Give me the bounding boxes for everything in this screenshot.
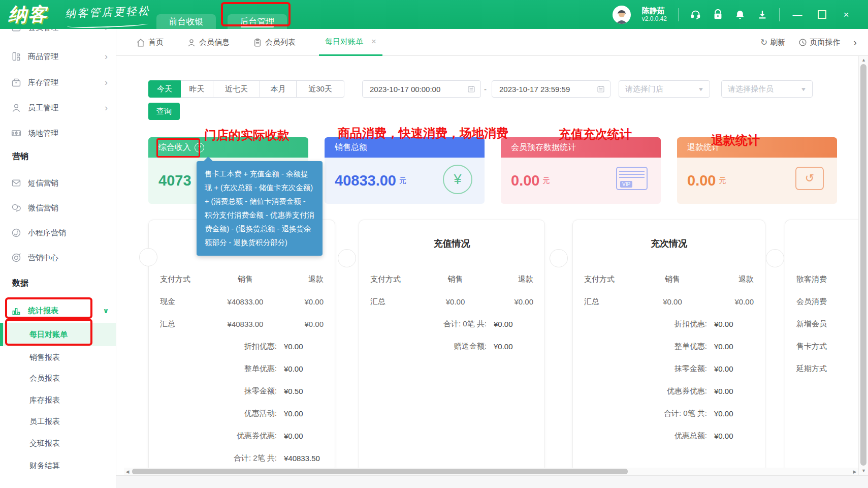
window-minimize-button[interactable]: —	[791, 8, 804, 21]
sidebar-item-sms-marketing[interactable]: 短信营销	[0, 171, 116, 195]
sidebar-subitem-financial-settlement[interactable]: 财务结算	[0, 454, 116, 477]
avatar[interactable]	[613, 6, 631, 24]
scroll-right-arrow[interactable]: ▶	[851, 468, 858, 475]
support-headset-icon[interactable]	[690, 9, 701, 20]
nav-tab-front-cashier[interactable]: 前台收银	[156, 14, 216, 29]
tab-home[interactable]: 首页	[136, 29, 164, 56]
table-row: 汇总¥40833.00¥0.00	[149, 313, 335, 335]
operator-select[interactable]: 请选择操作员 ▼	[721, 80, 813, 98]
page-operations-icon	[798, 38, 807, 47]
sidebar-item-venue[interactable]: 场地管理	[0, 121, 116, 145]
summary-row: 优惠券优惠:¥0.00	[573, 380, 765, 402]
lock-icon[interactable]	[712, 9, 723, 20]
range-yesterday-button[interactable]: 昨天	[181, 80, 213, 98]
sidebar-item-clipped-bottom[interactable]	[0, 481, 116, 488]
store-select[interactable]: 请选择门店 ▼	[619, 80, 710, 98]
sidebar-item-miniprogram-marketing[interactable]: 小程序营销	[0, 221, 116, 245]
sidebar-item-label: 库存管理	[28, 78, 58, 87]
sidebar-item-staff[interactable]: 员工管理 ›	[0, 96, 116, 119]
card-notch	[338, 249, 356, 267]
range-last30days-button[interactable]: 近30天	[297, 80, 344, 98]
calendar-icon	[467, 85, 475, 93]
annotation-sales-note: 商品消费，快速消费，场地消费	[338, 125, 508, 141]
chevron-right-icon: ›	[105, 78, 108, 87]
summary-row: 赠送金额:¥0.00	[359, 335, 544, 357]
chevron-right-icon: ›	[105, 29, 108, 32]
venue-icon	[11, 128, 21, 138]
dropdown-caret-icon: ▼	[698, 86, 704, 92]
bell-icon[interactable]	[734, 9, 746, 20]
horizontal-scrollbar[interactable]: ◀ ▶	[124, 468, 858, 475]
calendar-icon	[597, 85, 605, 93]
range-last7days-button[interactable]: 近七天	[213, 80, 260, 98]
operator-select-placeholder: 请选择操作员	[728, 84, 774, 94]
date-to-value: 2023-10-17 23:59:59	[499, 85, 570, 94]
date-from-input[interactable]: 2023-10-17 00:00:00	[362, 80, 481, 98]
tab-member-info[interactable]: 会员信息	[187, 29, 230, 56]
sidebar-item-marketing-center[interactable]: 营销中心	[0, 246, 116, 269]
refresh-icon: ↻	[760, 37, 767, 48]
range-thismonth-button[interactable]: 本月	[260, 80, 297, 98]
sidebar: 会员管理 › 商品管理 › 库存管理 › 员工管理 ›	[0, 29, 116, 488]
table-row: 汇总¥0.00¥0.00	[359, 290, 544, 313]
chevron-down-icon: ∨	[103, 307, 109, 315]
tab-daily-reconciliation[interactable]: 每日对账单 ×	[319, 29, 382, 56]
window-close-button[interactable]: ×	[840, 8, 853, 21]
card-value: 40833.00	[335, 172, 396, 189]
sidebar-item-goods[interactable]: 商品管理 ›	[0, 45, 116, 68]
dropdown-caret-icon: ▼	[800, 86, 807, 92]
sidebar-item-label: 员工管理	[28, 103, 58, 113]
target-icon	[11, 253, 21, 263]
vertical-scrollbar[interactable]: ▲ ▼	[858, 56, 868, 475]
maximize-icon	[818, 10, 826, 19]
summary-row: 优惠总额:¥0.00	[573, 424, 765, 447]
sidebar-item-inventory[interactable]: 库存管理 ›	[0, 71, 116, 94]
yen-circle-icon: ¥	[443, 165, 472, 194]
refresh-button[interactable]: ↻ 刷新	[760, 37, 785, 48]
date-to-input[interactable]: 2023-10-17 23:59:59	[492, 80, 610, 98]
sidebar-subitem-staff-report[interactable]: 员工报表	[0, 410, 116, 433]
app-slogan: 纳客管店更轻松	[65, 4, 151, 21]
window-maximize-button[interactable]	[815, 8, 828, 21]
refresh-label: 刷新	[770, 38, 785, 47]
vertical-scrollbar-thumb[interactable]	[860, 64, 866, 466]
goods-icon	[11, 51, 21, 62]
summary-row: 整单优惠:¥0.00	[149, 357, 335, 380]
summary-row: 折扣优惠:¥0.00	[573, 313, 765, 335]
close-tab-icon[interactable]: ×	[371, 37, 376, 47]
sidebar-section-data: 数据	[12, 271, 28, 295]
overview-label: 新增会员	[785, 313, 867, 335]
summary-row: 抹零金额:¥0.50	[149, 380, 335, 402]
app-header: 纳客 纳客管店更轻松 前台收银 后台管理 陈静茹 v2.0.0.42	[0, 0, 868, 29]
sidebar-item-label: 短信营销	[28, 178, 58, 188]
sidebar-subitem-inventory-report[interactable]: 库存报表	[0, 388, 116, 412]
tab-member-list[interactable]: 会员列表	[253, 29, 296, 56]
card-notch	[550, 249, 568, 267]
sidebar-subitem-sales-report[interactable]: 销售报表	[0, 346, 116, 369]
scroll-down-arrow[interactable]: ▼	[859, 467, 868, 474]
sidebar-subitem-shift-report[interactable]: 交班报表	[0, 432, 116, 455]
download-icon[interactable]	[757, 9, 768, 20]
tab-label: 会员信息	[199, 38, 230, 47]
card-notch	[766, 249, 784, 267]
table-header-row: 支付方式销售退款	[359, 268, 544, 290]
range-today-button[interactable]: 今天	[148, 80, 181, 98]
scroll-up-arrow[interactable]: ▲	[859, 56, 868, 64]
page-operations-button[interactable]: 页面操作	[798, 38, 840, 47]
panel-expand-icon[interactable]: ›	[853, 37, 857, 48]
inventory-icon	[11, 77, 21, 87]
query-button[interactable]: 查询	[148, 103, 180, 120]
bottom-strip	[116, 475, 868, 488]
overview-label: 延期方式	[785, 357, 867, 380]
wechat-icon	[11, 203, 21, 213]
sidebar-subitem-member-report[interactable]: 会员报表	[0, 367, 116, 390]
sidebar-item-wechat-marketing[interactable]: 微信营销	[0, 196, 116, 220]
sidebar-item-members[interactable]: 会员管理 ›	[0, 29, 116, 39]
page-operations-label: 页面操作	[810, 38, 840, 47]
summary-row: 优惠活动:¥0.00	[149, 402, 335, 424]
vip-card-icon: VIP	[616, 167, 648, 190]
card-body-refund-stats: 0.00 元 ↺	[677, 158, 837, 204]
scroll-left-arrow[interactable]: ◀	[124, 468, 131, 475]
horizontal-scrollbar-thumb[interactable]	[132, 469, 628, 474]
table-row: 汇总¥0.00¥0.00	[573, 290, 765, 313]
